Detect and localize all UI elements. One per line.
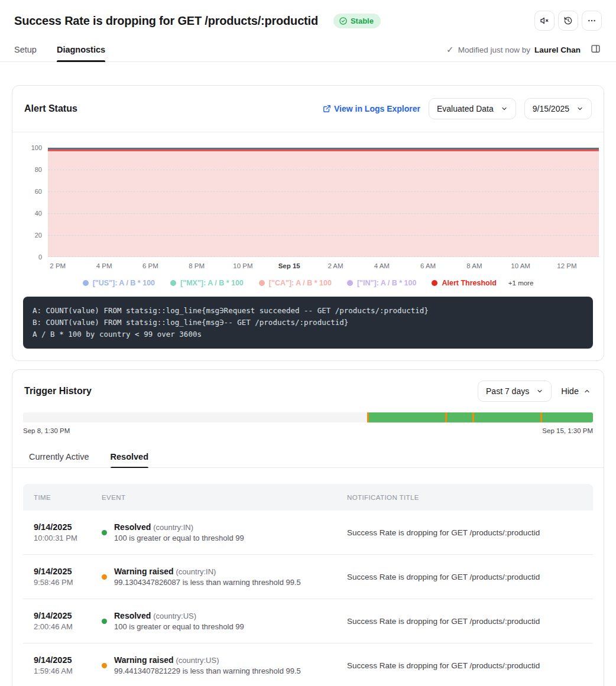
trigger-history-title: Trigger History (24, 386, 92, 396)
event-text: Resolved (country:US)100 is greater or e… (114, 611, 244, 631)
tab-resolved[interactable]: Resolved (111, 446, 148, 467)
chevron-down-icon (576, 105, 583, 112)
query-code-block: A: COUNT(value) FROM statsig::log_line{m… (23, 297, 593, 349)
tab-diagnostics[interactable]: Diagnostics (57, 38, 105, 61)
warning-dot-icon (102, 574, 107, 580)
legend-more-label: +1 more (508, 279, 534, 287)
alert-status-card: Alert Status View in Logs Explorer Evalu… (12, 85, 604, 361)
legend-label: ["CA"]: A / B * 100 (269, 279, 332, 287)
legend-dot-icon (170, 280, 176, 286)
status-badge-label: Stable (351, 17, 374, 25)
event-text: Warning raised (country:US)99.4413407821… (114, 655, 301, 675)
event-detail: 99.1304347826087 is less than warning th… (114, 578, 301, 587)
timeline-start-label: Sep 8, 1:30 PM (23, 427, 70, 434)
panel-toggle-button[interactable] (589, 43, 602, 57)
resolved-dot-icon (102, 619, 107, 624)
x-tick-label: 2 AM (328, 262, 343, 269)
legend-item[interactable]: ["US"]: A / B * 100 (83, 279, 155, 287)
event-scope: (country:US) (153, 612, 196, 620)
timeline-end-label: Sep 15, 1:30 PM (542, 427, 593, 434)
gridline (48, 213, 599, 214)
x-tick-label: 4 PM (96, 262, 112, 269)
check-icon: ✓ (446, 44, 454, 55)
modified-by: Laurel Chan (534, 45, 581, 54)
chart-legend: ["US"]: A / B * 100["MX"]: A / B * 100["… (12, 279, 604, 287)
legend-item[interactable]: ["CA"]: A / B * 100 (259, 279, 332, 287)
warning-dot-icon (102, 663, 107, 668)
gridline (48, 256, 599, 257)
event-cell: Warning raised (country:US)99.4413407821… (99, 655, 347, 675)
event-name: Warning raised (country:IN) (114, 567, 301, 576)
trigger-history-controls: Past 7 days Hide (478, 381, 592, 402)
trigger-history-card: Trigger History Past 7 days Hide Sep 8, … (12, 369, 604, 686)
date-dropdown-label: 9/15/2025 (533, 104, 569, 113)
chart-y-axis: 020406080100 (21, 148, 44, 257)
table-row[interactable]: 9/14/202510:00:31 PMResolved (country:IN… (23, 511, 593, 555)
alert-status-header: Alert Status View in Logs Explorer Evalu… (12, 86, 604, 132)
table-header-row: TIMEEVENTNOTIFICATION TITLE (23, 484, 593, 511)
legend-item[interactable]: ["MX"]: A / B * 100 (170, 279, 244, 287)
y-tick-label: 100 (31, 144, 42, 151)
legend-item[interactable]: ["IN"]: A / B * 100 (347, 279, 417, 287)
timeline-warning-marker (445, 412, 447, 422)
table-row[interactable]: 9/14/20251:59:46 AMWarning raised (count… (23, 643, 593, 686)
chart-plot-area (48, 148, 599, 257)
event-date: 9/14/2025 (34, 611, 99, 620)
time-cell: 9/14/202510:00:31 PM (23, 522, 99, 542)
time-cell: 9/14/20252:00:46 AM (23, 611, 99, 631)
event-text: Resolved (country:IN)100 is greater or e… (114, 522, 244, 542)
notification-title-cell: Success Rate is dropping for GET /produc… (347, 573, 593, 581)
event-scope: (country:US) (176, 656, 219, 665)
page-title: Success Rate is dropping for GET /produc… (14, 14, 318, 28)
gridline (48, 191, 599, 192)
event-scope: (country:IN) (176, 567, 216, 576)
x-tick-label: Sep 15 (278, 262, 300, 269)
x-tick-label: 8 AM (466, 262, 482, 269)
tab-currently-active[interactable]: Currently Active (29, 446, 89, 467)
table-row[interactable]: 9/14/20252:00:46 AMResolved (country:US)… (23, 599, 593, 643)
x-tick-label: 6 PM (142, 262, 158, 269)
alert-status-controls: View in Logs Explorer Evaluated Data 9/1… (323, 98, 592, 119)
notification-title-cell: Success Rate is dropping for GET /produc… (347, 528, 593, 537)
ellipsis-icon (587, 16, 596, 25)
trigger-timeline[interactable] (23, 412, 593, 422)
external-link-icon (323, 105, 331, 113)
event-table: TIMEEVENTNOTIFICATION TITLE9/14/202510:0… (23, 484, 593, 686)
header-actions (534, 11, 602, 31)
date-dropdown[interactable]: 9/15/2025 (524, 98, 592, 119)
event-cell: Warning raised (country:IN)99.1304347826… (99, 567, 347, 587)
legend-label: ["IN"]: A / B * 100 (357, 279, 417, 287)
view-in-logs-explorer-link[interactable]: View in Logs Explorer (323, 104, 420, 113)
legend-dot-icon (83, 280, 89, 286)
history-button[interactable] (558, 11, 578, 31)
range-dropdown[interactable]: Past 7 days (478, 381, 552, 402)
event-cell: Resolved (country:IN)100 is greater or e… (99, 522, 347, 542)
evaluated-data-dropdown[interactable]: Evaluated Data (429, 98, 516, 119)
modified-status: ✓ Modified just now by Laurel Chan (446, 43, 602, 57)
timeline-labels: Sep 8, 1:30 PM Sep 15, 1:30 PM (23, 427, 593, 434)
hide-button[interactable]: Hide (560, 383, 592, 399)
timeline-warning-marker (367, 412, 369, 422)
tab-setup[interactable]: Setup (14, 38, 37, 61)
event-time: 2:00:46 AM (34, 622, 99, 631)
table-row[interactable]: 9/14/20259:58:46 PMWarning raised (count… (23, 555, 593, 599)
notification-title-cell: Success Rate is dropping for GET /produc… (347, 617, 593, 626)
legend-dot-icon (347, 280, 353, 286)
panel-icon (591, 44, 601, 54)
mute-button[interactable] (534, 11, 555, 31)
event-time: 10:00:31 PM (34, 534, 99, 542)
event-detail: 100 is greater or equal to threshold 99 (114, 622, 244, 631)
x-tick-label: 10 AM (511, 262, 530, 269)
chevron-up-icon (583, 388, 591, 395)
x-tick-label: 2 PM (50, 262, 66, 269)
chevron-down-icon (501, 105, 508, 112)
timeline-warning-marker (540, 412, 542, 422)
legend-dot-icon (432, 280, 437, 286)
alert-status-title: Alert Status (24, 103, 77, 114)
more-button[interactable] (582, 11, 602, 31)
chevron-down-icon (536, 388, 543, 395)
legend-item[interactable]: Alert Threshold (432, 279, 496, 287)
event-date: 9/14/2025 (34, 522, 99, 532)
alert-chart: 020406080100 (21, 148, 599, 257)
gridline (48, 170, 599, 170)
